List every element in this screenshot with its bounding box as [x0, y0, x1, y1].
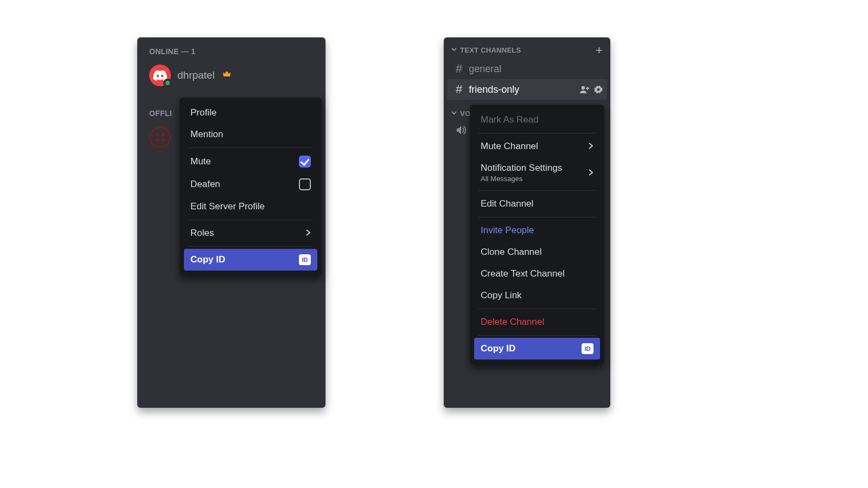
menu-clone-channel-label: Clone Channel — [481, 247, 541, 258]
menu-roles[interactable]: Roles — [184, 222, 317, 244]
channel-friends-only[interactable]: # friends-only — [447, 79, 607, 100]
menu-delete-channel[interactable]: Delete Channel — [474, 311, 600, 333]
chevron-down-icon — [451, 111, 457, 117]
menu-clone-channel[interactable]: Clone Channel — [474, 241, 600, 263]
member-username: dhrpatel — [177, 69, 215, 81]
menu-edit-channel-label: Edit Channel — [481, 198, 533, 209]
create-invite-icon[interactable] — [580, 85, 590, 94]
menu-copy-id[interactable]: Copy ID ID — [474, 338, 600, 359]
menu-mark-as-read-label: Mark As Read — [481, 114, 539, 125]
menu-profile-label: Profile — [190, 107, 216, 118]
channel-general[interactable]: # general — [444, 59, 610, 79]
chevron-down-icon — [451, 47, 457, 53]
menu-mute-label: Mute — [190, 156, 211, 167]
menu-invite-people-label: Invite People — [481, 225, 534, 236]
menu-mute[interactable]: Mute — [184, 150, 317, 173]
text-channels-category[interactable]: TEXT CHANNELS + — [444, 37, 610, 59]
menu-separator — [188, 147, 313, 148]
notification-settings-sub: All Messages — [481, 175, 562, 183]
menu-separator — [478, 190, 596, 191]
menu-deafen-label: Deafen — [190, 179, 220, 190]
checkbox-unchecked-icon[interactable] — [299, 178, 311, 190]
channel-name: general — [469, 63, 501, 75]
channel-context-menu: Mark As Read Mute Channel Notification S… — [470, 105, 604, 364]
menu-edit-server-profile-label: Edit Server Profile — [190, 201, 265, 212]
menu-copy-id-label: Copy ID — [190, 254, 225, 265]
menu-copy-link-label: Copy Link — [481, 290, 522, 301]
menu-invite-people[interactable]: Invite People — [474, 220, 600, 241]
hash-icon: # — [456, 82, 462, 97]
speaker-icon — [456, 125, 467, 138]
menu-roles-label: Roles — [190, 228, 214, 239]
menu-deafen[interactable]: Deafen — [184, 173, 317, 196]
menu-separator — [478, 309, 596, 309]
online-section-header: ONLINE — 1 — [137, 47, 326, 61]
channel-name: friends-only — [469, 84, 519, 95]
chevron-right-icon — [588, 169, 593, 177]
menu-notification-settings[interactable]: Notification Settings All Messages — [474, 157, 600, 188]
text-channels-label: TEXT CHANNELS — [460, 46, 521, 54]
svg-point-0 — [582, 86, 585, 89]
id-badge-icon: ID — [299, 254, 311, 265]
menu-mention[interactable]: Mention — [184, 124, 317, 145]
menu-copy-id[interactable]: Copy ID ID — [184, 249, 317, 271]
server-owner-crown-icon — [222, 70, 231, 80]
menu-mention-label: Mention — [190, 129, 223, 140]
chevron-right-icon — [305, 229, 311, 237]
avatar-offline-icon — [149, 126, 171, 148]
menu-separator — [478, 217, 596, 217]
menu-copy-link[interactable]: Copy Link — [474, 285, 600, 306]
menu-notification-settings-label: Notification Settings — [481, 163, 562, 174]
menu-mark-as-read: Mark As Read — [474, 109, 600, 131]
menu-edit-channel[interactable]: Edit Channel — [474, 193, 600, 215]
online-status-icon — [163, 79, 172, 87]
menu-copy-id-label: Copy ID — [481, 343, 515, 354]
avatar — [149, 65, 171, 86]
menu-separator — [188, 220, 313, 220]
menu-create-text-channel[interactable]: Create Text Channel — [474, 263, 600, 285]
checkbox-checked-icon[interactable] — [299, 156, 311, 168]
menu-delete-channel-label: Delete Channel — [481, 317, 544, 328]
menu-edit-server-profile[interactable]: Edit Server Profile — [184, 196, 317, 217]
menu-create-text-channel-label: Create Text Channel — [481, 268, 565, 279]
menu-mute-channel[interactable]: Mute Channel — [474, 136, 600, 157]
menu-separator — [478, 335, 596, 336]
gear-icon[interactable] — [594, 85, 603, 94]
create-channel-plus-icon[interactable]: + — [596, 47, 603, 54]
avatar — [149, 126, 171, 148]
menu-mute-channel-label: Mute Channel — [481, 141, 538, 152]
chevron-right-icon — [588, 142, 593, 151]
menu-profile[interactable]: Profile — [184, 102, 317, 124]
hash-icon: # — [456, 62, 462, 76]
id-badge-icon: ID — [582, 343, 593, 354]
user-context-menu: Profile Mention Mute Deafen Edit Server … — [180, 98, 322, 275]
member-row[interactable]: dhrpatel — [137, 61, 326, 89]
menu-separator — [188, 246, 313, 247]
menu-separator — [478, 133, 596, 133]
